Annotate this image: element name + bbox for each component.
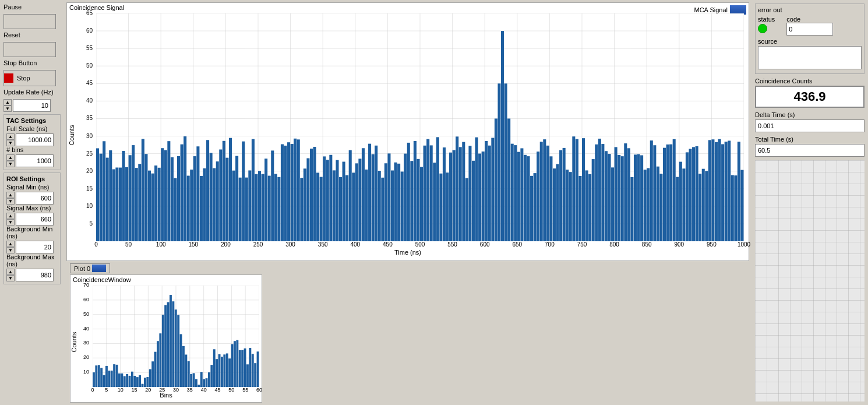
y-tick: 30: [86, 133, 93, 139]
update-rate-label: Update Rate (Hz): [3, 89, 61, 96]
bx-tick: 25: [157, 387, 167, 393]
bx-tick: 10: [116, 387, 125, 393]
delta-time-input[interactable]: [755, 119, 865, 132]
bx-tick: 50: [227, 387, 236, 393]
main-chart-xlabel: Time (ns): [394, 249, 421, 256]
bg-max-up[interactable]: ▲: [6, 269, 15, 275]
update-rate-spinner: ▲ ▼: [3, 99, 61, 112]
right-panel: error out status code source Coincidence…: [751, 0, 868, 405]
bx-tick: 60: [255, 387, 264, 393]
x-tick: 900: [672, 241, 686, 248]
chart-ylabel: Counts: [68, 125, 75, 146]
main-chart-canvas: [96, 13, 744, 241]
update-rate-input[interactable]: [13, 99, 51, 112]
x-tick: 600: [478, 241, 492, 248]
mca-signal-label: MCA Signal: [694, 6, 728, 13]
by-tick: 10: [83, 369, 89, 375]
stop-icon: [4, 73, 13, 83]
full-scale-input[interactable]: [16, 133, 54, 146]
bx-tick: 45: [213, 387, 223, 393]
code-input[interactable]: [786, 23, 833, 36]
delta-time-label: Delta Time (s): [755, 111, 865, 118]
x-tick: 300: [284, 241, 298, 248]
by-tick: 50: [83, 311, 89, 317]
bx-tick: 0: [88, 387, 97, 393]
plot0-button[interactable]: Plot 0: [70, 263, 110, 273]
signal-min-down[interactable]: ▼: [6, 198, 15, 205]
full-scale-label: Full Scale (ns): [6, 125, 58, 132]
error-out-section: error out status code source: [755, 3, 865, 74]
y-tick: 35: [86, 115, 93, 121]
x-tick: 450: [380, 241, 394, 248]
pause-button[interactable]: [3, 14, 56, 29]
bg-min-up[interactable]: ▲: [6, 241, 15, 247]
y-tick: 65: [86, 10, 93, 16]
pause-label: Pause: [3, 3, 61, 10]
y-tick: 10: [86, 203, 93, 209]
stop-button[interactable]: Stop: [3, 70, 56, 86]
x-tick: 1000: [737, 241, 751, 248]
y-tick: 45: [86, 80, 93, 86]
bg-max-input[interactable]: [16, 269, 54, 281]
y-tick: 5: [89, 220, 93, 227]
bg-min-input[interactable]: [16, 241, 54, 253]
chart-title: Coincidence Signal: [69, 4, 124, 11]
x-tick: 950: [704, 241, 718, 248]
bins-label: # bins: [6, 146, 58, 153]
x-tick: 350: [316, 241, 330, 248]
x-tick: 250: [251, 241, 265, 248]
signal-max-up[interactable]: ▲: [6, 213, 15, 219]
status-indicator: [758, 24, 767, 33]
total-time-label: Total Time (s): [755, 136, 865, 143]
update-rate-up[interactable]: ▲: [3, 99, 12, 105]
full-scale-up[interactable]: ▲: [6, 133, 15, 140]
y-tick: 25: [86, 150, 93, 157]
by-tick: 70: [83, 282, 89, 288]
y-tick: 60: [86, 27, 93, 34]
signal-min-input[interactable]: [16, 192, 54, 205]
by-tick: 30: [83, 340, 89, 346]
x-tick: 650: [510, 241, 524, 248]
source-textarea[interactable]: [758, 46, 862, 69]
x-tick: 850: [640, 241, 654, 248]
signal-min-up[interactable]: ▲: [6, 192, 15, 198]
y-tick: 40: [86, 97, 93, 104]
bottom-chart: CoincidenceWindow Counts Bins 1020304050…: [70, 274, 262, 403]
by-tick: 40: [83, 326, 89, 332]
x-tick: 150: [186, 241, 200, 248]
bottom-chart-ylabel: Counts: [70, 332, 77, 353]
bg-max-down[interactable]: ▼: [6, 275, 15, 281]
right-grid-bg: [755, 160, 865, 402]
coincidence-counts-section: Coincidence Counts 436.9: [755, 78, 865, 108]
reset-button[interactable]: [3, 42, 56, 57]
bins-input[interactable]: [16, 154, 54, 167]
x-tick: 200: [218, 241, 232, 248]
signal-min-spinner: ▲ ▼: [6, 192, 58, 205]
bins-spinner: ▲ ▼: [6, 154, 58, 167]
coincidence-counts-label: Coincidence Counts: [755, 78, 865, 84]
bins-down[interactable]: ▼: [6, 161, 15, 167]
y-tick: 55: [86, 45, 93, 51]
y-tick: 15: [86, 185, 93, 192]
plot0-label: Plot 0: [74, 265, 90, 272]
bx-tick: 30: [171, 387, 181, 393]
signal-max-down[interactable]: ▼: [6, 219, 15, 226]
signal-min-label: Signal Min (ns): [6, 184, 58, 191]
full-scale-down[interactable]: ▼: [6, 140, 15, 146]
bg-min-spinner: ▲ ▼: [6, 241, 58, 253]
update-rate-down[interactable]: ▼: [3, 105, 12, 112]
roi-settings-label: ROI Settings: [6, 175, 58, 182]
bx-tick: 35: [185, 387, 195, 393]
status-label: status: [758, 16, 775, 23]
signal-max-input[interactable]: [16, 213, 54, 226]
signal-max-label: Signal Max (ns): [6, 205, 58, 212]
x-tick: 100: [154, 241, 168, 248]
bg-min-down[interactable]: ▼: [6, 247, 15, 253]
bx-tick: 20: [143, 387, 153, 393]
bx-tick: 15: [130, 387, 139, 393]
total-time-input[interactable]: [755, 144, 865, 157]
full-scale-spinner: ▲ ▼: [6, 133, 58, 146]
delta-time-section: Delta Time (s): [755, 111, 865, 132]
bins-up[interactable]: ▲: [6, 154, 15, 161]
bottom-chart-canvas: [93, 286, 259, 387]
